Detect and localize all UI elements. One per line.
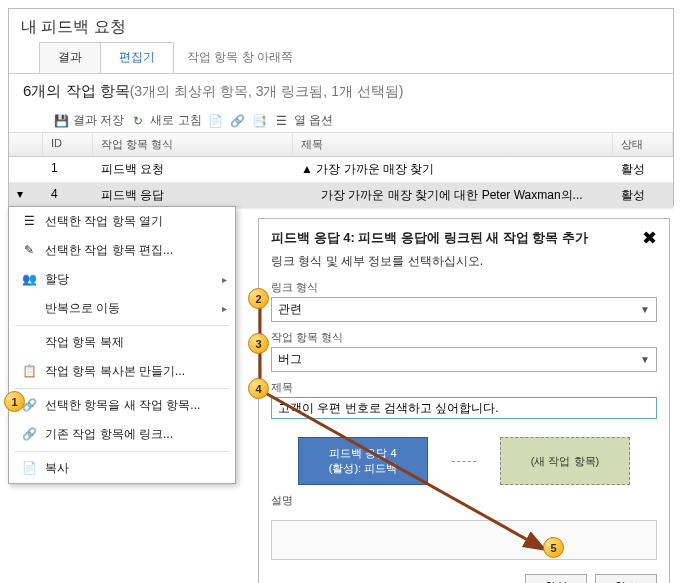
summary-main: 6개의 작업 항목 — [23, 82, 130, 99]
ctx-iteration[interactable]: 반복으로 이동 — [9, 294, 235, 323]
ctx-open[interactable]: ☰선택한 작업 항목 열기 — [9, 207, 235, 236]
title-label: 제목 — [271, 380, 657, 395]
col-title[interactable]: 제목 — [293, 133, 613, 156]
edit-icon: ✎ — [19, 243, 39, 259]
summary-sub: (3개의 최상위 항목, 3개 링크됨, 1개 선택됨) — [130, 83, 404, 99]
assign-icon: 👥 — [19, 272, 39, 288]
tabs: 결과 편집기 작업 항목 창 아래쪽 — [9, 42, 673, 74]
close-icon[interactable]: ✖ — [642, 229, 657, 247]
copy-icon: 📄 — [19, 461, 39, 477]
callout-3: 3 — [248, 333, 269, 354]
link-type-label: 링크 형식 — [271, 280, 657, 295]
description-input[interactable] — [271, 520, 657, 560]
link-icon[interactable]: 🔗 — [230, 113, 246, 129]
table-row[interactable]: 1 피드백 요청 ▲ 가장 가까운 매장 찾기 활성 — [9, 157, 673, 183]
link-type-select[interactable]: 관련▼ — [271, 297, 657, 322]
new-item-box: (새 작업 항목) — [500, 437, 630, 485]
panel-title: 내 피드백 요청 — [9, 9, 673, 42]
callout-2: 2 — [248, 288, 269, 309]
refresh-icon: ↻ — [130, 113, 146, 129]
relationship-diagram: 피드백 응답 4 (활성): 피드백 (새 작업 항목) — [259, 425, 669, 491]
cancel-button[interactable]: 취소 — [595, 574, 657, 583]
columns-icon-a[interactable]: 📑 — [252, 113, 268, 129]
ctx-copy-template[interactable]: 📋작업 항목 복사본 만들기... — [9, 357, 235, 386]
source-item-box: 피드백 응답 4 (활성): 피드백 — [298, 437, 428, 485]
toolbar: 💾결과 저장 ↻새로 고침 📄 🔗 📑 ☰열 옵션 — [9, 109, 673, 132]
copy-template-icon: 📋 — [19, 364, 39, 380]
callout-1: 1 — [4, 391, 25, 412]
open-item-icon: ☰ — [19, 214, 39, 230]
tabs-meta: 작업 항목 창 아래쪽 — [173, 42, 307, 73]
summary: 6개의 작업 항목(3개의 최상위 항목, 3개 링크됨, 1개 선택됨) — [9, 74, 673, 109]
ctx-new-linked[interactable]: 🔗선택한 항목을 새 작업 항목... — [9, 391, 235, 420]
add-link-dialog: 피드백 응답 4: 피드백 응답에 링크된 새 작업 항목 추가 ✖ 링크 형식… — [258, 218, 670, 583]
link-existing-icon: 🔗 — [19, 427, 39, 443]
callout-4: 4 — [248, 378, 269, 399]
requests-panel: 내 피드백 요청 결과 편집기 작업 항목 창 아래쪽 6개의 작업 항목(3개… — [8, 8, 674, 206]
dialog-subtitle: 링크 형식 및 세부 정보를 선택하십시오. — [259, 251, 669, 278]
link-line — [452, 461, 476, 462]
desc-label: 설명 — [271, 493, 657, 508]
ctx-assign[interactable]: 👥할당 — [9, 265, 235, 294]
ctx-copy[interactable]: 📄복사 — [9, 454, 235, 483]
save-icon: 💾 — [53, 113, 69, 129]
open-icon[interactable]: 📄 — [208, 113, 224, 129]
title-input[interactable] — [271, 397, 657, 419]
columns-icon: ☰ — [274, 113, 290, 129]
col-id[interactable]: ID — [43, 133, 93, 156]
ok-button[interactable]: 확인 — [525, 574, 587, 583]
ctx-clone[interactable]: 작업 항목 복제 — [9, 328, 235, 357]
item-type-label: 작업 항목 형식 — [271, 330, 657, 345]
tab-editor[interactable]: 편집기 — [100, 42, 174, 73]
dialog-title: 피드백 응답 4: 피드백 응답에 링크된 새 작업 항목 추가 — [271, 229, 588, 247]
tab-results[interactable]: 결과 — [39, 42, 101, 73]
chevron-down-icon: ▼ — [640, 304, 650, 315]
column-options-button[interactable]: ☰열 옵션 — [274, 112, 333, 129]
context-menu: ☰선택한 작업 항목 열기 ✎선택한 작업 항목 편집... 👥할당 반복으로 … — [8, 206, 236, 484]
grid-header: ID 작업 항목 형식 제목 상태 — [9, 132, 673, 157]
save-results-button[interactable]: 💾결과 저장 — [53, 112, 124, 129]
col-type[interactable]: 작업 항목 형식 — [93, 133, 293, 156]
callout-5: 5 — [543, 537, 564, 558]
item-type-select[interactable]: 버그▼ — [271, 347, 657, 372]
refresh-button[interactable]: ↻새로 고침 — [130, 112, 201, 129]
chevron-down-icon: ▼ — [640, 354, 650, 365]
ctx-edit[interactable]: ✎선택한 작업 항목 편집... — [9, 236, 235, 265]
col-state[interactable]: 상태 — [613, 133, 673, 156]
ctx-link-existing[interactable]: 🔗기존 작업 항목에 링크... — [9, 420, 235, 449]
